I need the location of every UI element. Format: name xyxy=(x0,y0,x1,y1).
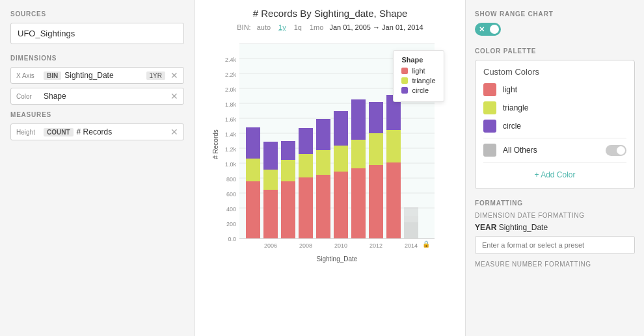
color-row-light[interactable]: light xyxy=(483,83,626,96)
right-panel: SHOW RANGE CHART ✕ COLOR PALETTE Custom … xyxy=(465,0,644,336)
measure-height-item[interactable]: Height COUNT # Records ✕ xyxy=(10,123,184,140)
svg-rect-29 xyxy=(246,159,260,181)
tooltip-triangle: triangle xyxy=(401,77,435,84)
toggle-x-icon: ✕ xyxy=(479,25,485,34)
svg-text:1.8k: 1.8k xyxy=(224,101,236,108)
svg-rect-35 xyxy=(281,160,295,181)
chart-area: Shape light triangle circle xyxy=(210,37,451,278)
dimensions-label: DIMENSIONS xyxy=(10,55,184,62)
svg-rect-46 xyxy=(351,168,366,239)
svg-rect-28 xyxy=(246,181,260,239)
svg-text:2008: 2008 xyxy=(299,242,312,249)
dim-date-format-label: DIMENSION DATE FORMATTING xyxy=(475,212,635,219)
chart-title: # Records By Sighting_date, Shape xyxy=(253,8,408,19)
formatting-section: FORMATTING DIMENSION DATE FORMATTING YEA… xyxy=(475,200,635,268)
svg-rect-31 xyxy=(263,190,278,239)
svg-text:400: 400 xyxy=(226,206,235,213)
chart-tooltip: Shape light triangle circle xyxy=(393,50,444,102)
tooltip-light: light xyxy=(401,67,435,75)
svg-rect-42 xyxy=(316,119,330,150)
color-label: Color xyxy=(16,93,40,100)
svg-text:1.2k: 1.2k xyxy=(224,146,236,153)
svg-text:1.6k: 1.6k xyxy=(224,116,236,123)
svg-text:2010: 2010 xyxy=(334,242,347,249)
tooltip-title: Shape xyxy=(401,56,435,64)
svg-text:600: 600 xyxy=(226,191,235,198)
light-swatch xyxy=(483,83,496,96)
all-others-row: All Others xyxy=(483,144,626,157)
bin-auto[interactable]: auto xyxy=(255,23,273,32)
bin-1y[interactable]: 1y xyxy=(276,23,288,32)
svg-rect-49 xyxy=(369,165,383,239)
xaxis-bin-badge: BIN xyxy=(44,71,61,80)
measure-name: # Records xyxy=(77,127,170,136)
svg-text:200: 200 xyxy=(226,221,235,227)
svg-rect-48 xyxy=(351,99,366,140)
divider-2 xyxy=(483,162,626,162)
color-close-icon[interactable]: ✕ xyxy=(170,92,178,101)
svg-rect-47 xyxy=(351,140,366,168)
svg-text:800: 800 xyxy=(226,176,235,183)
show-range-toggle[interactable]: ✕ xyxy=(475,23,501,36)
dim-xaxis-item[interactable]: X Axis BIN Sighting_Date 1YR ✕ xyxy=(10,67,184,84)
xaxis-close-icon[interactable]: ✕ xyxy=(170,71,178,80)
svg-text:# Records: # Records xyxy=(212,129,219,159)
svg-rect-55 xyxy=(404,222,418,239)
svg-rect-41 xyxy=(316,150,330,175)
svg-text:1.0k: 1.0k xyxy=(224,161,236,168)
bin-1mo[interactable]: 1mo xyxy=(308,23,325,32)
svg-rect-53 xyxy=(386,130,401,162)
svg-text:2014: 2014 xyxy=(404,242,417,249)
color-row-circle[interactable]: circle xyxy=(483,120,626,133)
height-label: Height xyxy=(16,129,40,136)
color-row-triangle[interactable]: triangle xyxy=(483,101,626,114)
svg-rect-33 xyxy=(263,142,278,170)
svg-text:2.0k: 2.0k xyxy=(224,86,236,93)
show-range-row: ✕ xyxy=(475,23,635,36)
bin-1q[interactable]: 1q xyxy=(292,23,304,32)
svg-text:2.4k: 2.4k xyxy=(224,57,236,63)
all-others-toggle[interactable] xyxy=(606,145,626,156)
format-input[interactable] xyxy=(475,236,635,254)
measure-close-icon[interactable]: ✕ xyxy=(170,127,178,136)
tooltip-circle-label: circle xyxy=(412,86,429,94)
svg-rect-50 xyxy=(369,133,383,165)
formatting-label: FORMATTING xyxy=(475,200,635,207)
all-others-knob xyxy=(617,146,625,155)
svg-text:2012: 2012 xyxy=(369,242,382,249)
chart-panel: # Records By Sighting_date, Shape BIN: a… xyxy=(195,0,465,336)
triangle-label: triangle xyxy=(503,103,626,112)
color-palette-label: COLOR PALETTE xyxy=(475,47,635,55)
color-dim-name: Shape xyxy=(44,92,170,101)
tooltip-triangle-swatch xyxy=(401,77,408,84)
color-palette-box: Custom Colors light triangle circle All … xyxy=(475,60,635,189)
tooltip-light-label: light xyxy=(412,67,425,75)
svg-text:Sighting_Date: Sighting_Date xyxy=(316,255,357,263)
svg-rect-43 xyxy=(334,172,348,239)
svg-rect-57 xyxy=(404,207,418,216)
source-name[interactable]: UFO_Sightings xyxy=(10,23,184,44)
date-range: Jan 01, 2005 → Jan 01, 2014 xyxy=(329,23,423,31)
circle-label: circle xyxy=(503,122,626,131)
svg-rect-39 xyxy=(299,128,313,154)
xaxis-label: X Axis xyxy=(16,72,40,79)
measure-format-label: MEASURE NUMBER FORMATTING xyxy=(475,261,635,268)
show-range-label: SHOW RANGE CHART xyxy=(475,10,635,18)
add-color-button[interactable]: + Add Color xyxy=(483,168,626,182)
bin-label: BIN: xyxy=(237,23,250,31)
tooltip-light-swatch xyxy=(401,68,408,74)
triangle-swatch xyxy=(483,101,496,114)
toggle-knob xyxy=(490,25,499,34)
svg-rect-45 xyxy=(334,111,348,146)
svg-rect-36 xyxy=(281,141,295,160)
dim-color-item[interactable]: Color Shape ✕ xyxy=(10,88,184,105)
sources-label: SOURCES xyxy=(10,10,184,18)
svg-text:2.2k: 2.2k xyxy=(224,71,236,78)
tooltip-circle: circle xyxy=(401,86,435,94)
svg-rect-38 xyxy=(299,154,313,177)
svg-rect-32 xyxy=(263,170,278,190)
format-field-label: YEAR Sighting_Date xyxy=(475,223,635,232)
measures-label: MEASURES xyxy=(10,111,184,118)
svg-rect-52 xyxy=(386,162,401,239)
count-badge: COUNT xyxy=(44,128,74,136)
